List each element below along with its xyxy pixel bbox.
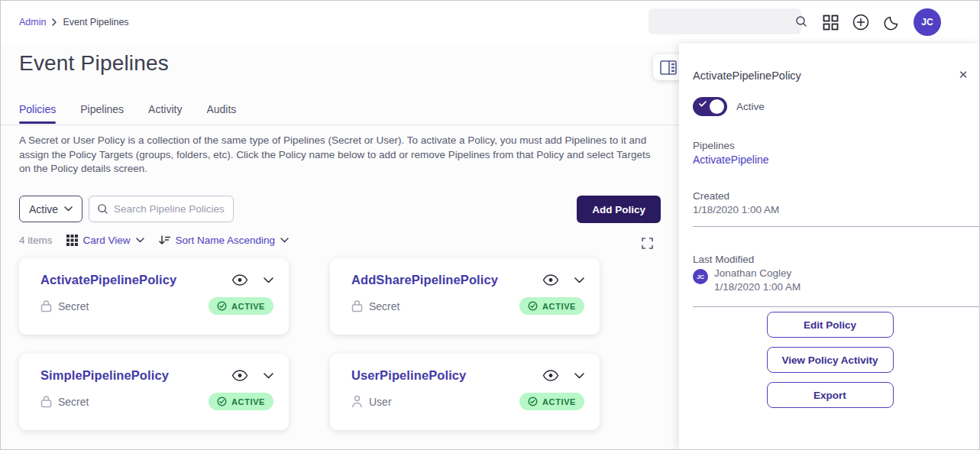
divider: [693, 226, 980, 227]
top-bar: Admin Event Pipelines JC: [1, 1, 980, 44]
list-meta-bar: 4 items Card View Sort Name Ascending: [19, 235, 289, 246]
chevron-right-icon: [51, 18, 57, 26]
eye-icon[interactable]: [231, 370, 248, 381]
divider: [693, 306, 980, 307]
dark-mode-moon-icon[interactable]: [882, 13, 901, 31]
breadcrumb-current: Event Pipelines: [63, 17, 128, 28]
tab-bar-divider: [1, 125, 679, 125]
tab-audits[interactable]: Audits: [206, 103, 236, 124]
policy-card: AddSharePipelinePolicy Secret ACTIVE: [330, 258, 600, 335]
tab-bar: Policies Pipelines Activity Audits: [19, 103, 236, 124]
chevron-down-icon[interactable]: [264, 277, 273, 283]
chevron-down-icon: [136, 238, 144, 243]
check-circle-icon: [217, 301, 227, 311]
check-circle-icon: [528, 397, 538, 406]
lock-icon: [40, 299, 52, 312]
sort-icon: [158, 235, 170, 246]
chevron-down-icon[interactable]: [574, 373, 584, 379]
policy-name-link[interactable]: ActivatePipelinePolicy: [40, 273, 231, 287]
modified-by-avatar: JC: [693, 269, 708, 284]
check-icon: [699, 101, 707, 107]
policy-detail-panel: ActivatePipelinePolicy ✕ Active Pipeline…: [679, 44, 980, 450]
tab-policies[interactable]: Policies: [19, 103, 56, 124]
fullscreen-icon[interactable]: [639, 235, 655, 251]
policies-description: A Secret or User Policy is a collection …: [19, 134, 659, 176]
global-search: [648, 8, 801, 34]
status-badge-label: ACTIVE: [231, 397, 265, 406]
user-icon: [351, 395, 363, 408]
policy-name-link[interactable]: AddSharePipelinePolicy: [351, 273, 542, 287]
view-mode-label: Card View: [83, 235, 131, 246]
active-toggle[interactable]: [693, 97, 727, 116]
close-icon[interactable]: ✕: [955, 66, 972, 83]
add-new-icon[interactable]: [852, 13, 870, 31]
policy-card-grid: ActivatePipelinePolicy Secret ACTIVE: [19, 258, 600, 430]
app-grid-icon[interactable]: [821, 13, 839, 31]
chevron-down-icon[interactable]: [574, 277, 584, 283]
policy-type-label: Secret: [58, 396, 89, 408]
eye-icon[interactable]: [231, 274, 248, 286]
chevron-down-icon: [64, 206, 73, 212]
pipeline-link[interactable]: ActivatePipeline: [693, 154, 769, 166]
user-avatar[interactable]: JC: [914, 8, 941, 36]
check-circle-icon: [217, 397, 227, 406]
eye-icon[interactable]: [542, 274, 559, 286]
status-badge: ACTIVE: [519, 297, 584, 315]
panel-actions: Edit Policy View Policy Activity Export: [679, 312, 980, 408]
modified-value: 1/18/2020 1:00 AM: [714, 281, 800, 293]
active-toggle-row: Active: [693, 97, 765, 116]
policy-type-label: Secret: [58, 300, 89, 312]
card-view-grid-icon: [66, 235, 78, 246]
created-value: 1/18/2020 1:00 AM: [693, 204, 779, 215]
lock-icon: [40, 395, 52, 408]
view-mode-dropdown[interactable]: Card View: [66, 235, 144, 246]
policy-type-label: Secret: [369, 300, 399, 312]
breadcrumb: Admin Event Pipelines: [19, 17, 129, 28]
policy-name-link[interactable]: SimplePipelinePolicy: [40, 368, 231, 383]
chevron-down-icon: [280, 238, 289, 243]
status-filter-value: Active: [29, 203, 58, 215]
policy-card: SimplePipelinePolicy Secret ACTIVE: [19, 354, 289, 430]
search-icon: [795, 15, 807, 28]
panel-title: ActivatePipelinePolicy: [693, 70, 801, 82]
sort-dropdown[interactable]: Sort Name Ascending: [158, 235, 289, 246]
status-badge-label: ACTIVE: [231, 302, 265, 311]
policy-name-link[interactable]: UserPipelinePolicy: [351, 368, 542, 383]
created-label: Created: [693, 190, 729, 202]
check-circle-icon: [528, 301, 538, 311]
toggle-knob: [710, 99, 724, 114]
modified-by-user: Jonathan Cogley: [714, 267, 791, 279]
policy-search: [89, 196, 234, 222]
policy-type-label: User: [369, 396, 392, 408]
policy-card: UserPipelinePolicy User ACTIVE: [330, 354, 600, 430]
items-count: 4 items: [19, 235, 53, 246]
tab-activity[interactable]: Activity: [148, 103, 182, 124]
app-screen: Admin Event Pipelines JC Event Pipelines: [0, 0, 980, 450]
pipelines-label: Pipelines: [693, 140, 735, 151]
sort-label: Sort Name Ascending: [176, 235, 276, 246]
side-panel-icon: [660, 60, 677, 75]
tab-pipelines[interactable]: Pipelines: [80, 103, 124, 124]
lock-icon: [351, 299, 363, 312]
filter-row: Active Add Policy: [1, 196, 679, 223]
status-badge-label: ACTIVE: [542, 302, 576, 311]
active-toggle-label: Active: [736, 101, 765, 112]
add-policy-button[interactable]: Add Policy: [577, 196, 661, 223]
page-title: Event Pipelines: [19, 51, 169, 76]
breadcrumb-admin-link[interactable]: Admin: [19, 17, 46, 28]
policy-card: ActivatePipelinePolicy Secret ACTIVE: [19, 258, 289, 335]
main-content: Event Pipelines Policies Pipelines Activ…: [1, 44, 679, 450]
view-policy-activity-button[interactable]: View Policy Activity: [767, 347, 894, 373]
status-badge: ACTIVE: [209, 297, 273, 315]
export-button[interactable]: Export: [767, 382, 894, 408]
chevron-down-icon[interactable]: [264, 373, 273, 379]
edit-policy-button[interactable]: Edit Policy: [767, 312, 894, 338]
status-badge-label: ACTIVE: [542, 397, 576, 406]
policy-search-input[interactable]: [114, 203, 225, 215]
last-modified-label: Last Modified: [693, 254, 754, 265]
status-badge: ACTIVE: [209, 393, 273, 410]
status-filter-dropdown[interactable]: Active: [19, 196, 82, 222]
global-search-input[interactable]: [648, 16, 795, 28]
eye-icon[interactable]: [542, 370, 559, 381]
status-badge: ACTIVE: [519, 393, 584, 410]
